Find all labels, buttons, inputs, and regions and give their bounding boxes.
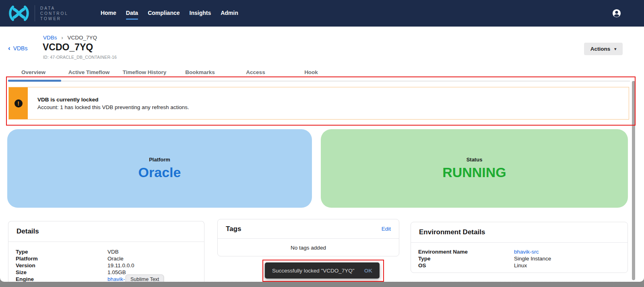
active-tab-indicator (8, 80, 61, 82)
tab-access[interactable]: Access (228, 68, 283, 77)
detail-row: Size 1.05GB (16, 269, 204, 276)
logo-divider (35, 5, 35, 21)
page-content: ‹ VDBs VDBs › VCDO_7YQ VCDO_7YQ ID: 47-O… (0, 27, 644, 282)
main-nav: Home Data Compliance Insights Admin (101, 10, 238, 17)
environment-row: Environment Name bhavik-src (418, 248, 627, 255)
toast-notification: Successfully locked "VCDO_7YQ" OK (265, 262, 380, 279)
nav-item-admin[interactable]: Admin (221, 10, 238, 17)
actions-dropdown-button[interactable]: Actions ▾ (584, 43, 623, 55)
details-card-title: Details (17, 227, 39, 235)
tab-timeflow-history[interactable]: Timeflow History (117, 68, 172, 77)
platform-card-label: Platform (149, 157, 170, 163)
environment-card-header: Environment Details (411, 222, 627, 243)
back-link-label: VDBs (13, 45, 28, 52)
platform-card-value: Oracle (138, 165, 181, 180)
breadcrumb-vdbs-link[interactable]: VDBs (43, 35, 57, 41)
breadcrumb-separator: › (61, 35, 63, 41)
detail-row-value: Oracle (107, 255, 124, 262)
tags-card-header: Tags Edit (218, 219, 399, 239)
detail-row-value: VDB (107, 248, 119, 255)
environment-row: Type Single Instance (418, 255, 627, 262)
tags-card-title: Tags (226, 225, 241, 233)
tab-hook[interactable]: Hook (283, 68, 339, 77)
nav-item-home[interactable]: Home (101, 10, 116, 17)
screen: DATA CONTROL TOWER Home Data Compliance … (0, 0, 644, 287)
platform-card: Platform Oracle (7, 129, 312, 208)
tab-bar: Overview Active Timeflow Timeflow Histor… (6, 68, 339, 77)
detail-row-value: 19.11.0.0.0 (107, 262, 134, 269)
exclamation-icon: ! (14, 99, 23, 107)
warning-icon-block: ! (9, 87, 28, 119)
details-card-header: Details (8, 221, 204, 242)
environment-card-body: Environment Name bhavik-src Type Single … (411, 243, 627, 269)
engine-link[interactable]: bhavik- (107, 276, 125, 282)
environment-row-label: Type (418, 255, 514, 262)
tags-edit-link[interactable]: Edit (382, 226, 391, 232)
tab-baseline (8, 81, 630, 82)
toast-ok-button[interactable]: OK (364, 268, 372, 274)
detail-row-label: Size (16, 269, 107, 276)
detail-row-label: Engine (16, 276, 107, 282)
details-card-body: Type VDB Platform Oracle Version 19.11.0… (8, 242, 204, 282)
warning-message: Account: 1 has locked this VDB preventin… (37, 104, 189, 110)
detail-row-value: 1.05GB (107, 269, 126, 276)
page-title: VCDO_7YQ (43, 42, 93, 53)
nav-item-insights[interactable]: Insights (190, 10, 211, 17)
back-to-vdbs-link[interactable]: ‹ VDBs (8, 45, 27, 52)
environment-row-label: OS (418, 262, 514, 269)
nav-item-compliance[interactable]: Compliance (148, 10, 180, 17)
detail-row-label: Version (16, 262, 107, 269)
user-account-icon[interactable] (612, 9, 621, 18)
detail-row: Version 19.11.0.0.0 (16, 262, 204, 269)
detail-row: Engine bhavik- (16, 276, 204, 282)
detail-row: Platform Oracle (16, 255, 204, 262)
vertical-scrollbar[interactable] (632, 81, 636, 280)
brand-logo[interactable]: DATA CONTROL TOWER (0, 5, 68, 22)
tab-bookmarks[interactable]: Bookmarks (172, 68, 228, 77)
os-tooltip-text: Sublime Text (130, 277, 159, 282)
nav-item-data[interactable]: Data (126, 10, 138, 17)
status-card-value: RUNNING (442, 165, 506, 180)
detail-row: Type VDB (16, 248, 204, 255)
details-card: Details Type VDB Platform Oracle Version… (8, 221, 204, 282)
detail-row-label: Type (16, 248, 107, 255)
os-tooltip: Sublime Text (126, 275, 164, 282)
actions-button-label: Actions (590, 46, 611, 52)
vdb-id-label: ID: 47-ORACLE_DB_CONTAINER-16 (43, 55, 117, 60)
warning-title: VDB is currently locked (37, 97, 189, 103)
environment-name-link[interactable]: bhavik-src (514, 248, 539, 255)
status-card: Status RUNNING (321, 129, 628, 208)
tags-empty-text: No tags added (218, 239, 399, 251)
chevron-left-icon: ‹ (8, 45, 10, 51)
breadcrumb-current: VCDO_7YQ (68, 35, 97, 41)
desktop-background (0, 282, 644, 287)
tab-overview[interactable]: Overview (6, 68, 61, 77)
environment-row-label: Environment Name (418, 248, 514, 255)
toast-message: Successfully locked "VCDO_7YQ" (272, 268, 355, 274)
lock-warning-banner: ! VDB is currently locked Account: 1 has… (8, 87, 629, 120)
dct-logo-icon (7, 5, 31, 22)
environment-row-value: Single Instance (514, 255, 551, 262)
environment-row: OS Linux (418, 262, 627, 269)
status-card-label: Status (466, 157, 483, 163)
environment-details-card: Environment Details Environment Name bha… (411, 222, 628, 273)
scrollbar-thumb[interactable] (632, 81, 635, 280)
warning-text-block: VDB is currently locked Account: 1 has l… (28, 87, 189, 119)
environment-card-title: Environment Details (419, 228, 485, 236)
breadcrumb: VDBs › VCDO_7YQ (43, 35, 97, 41)
environment-row-value: Linux (514, 262, 527, 269)
top-navbar: DATA CONTROL TOWER Home Data Compliance … (0, 0, 644, 27)
chevron-down-icon: ▾ (614, 47, 616, 51)
tab-active-timeflow[interactable]: Active Timeflow (61, 68, 117, 77)
detail-row-label: Platform (16, 255, 107, 262)
tags-card: Tags Edit No tags added (217, 219, 399, 256)
brand-name: DATA CONTROL TOWER (40, 6, 68, 21)
